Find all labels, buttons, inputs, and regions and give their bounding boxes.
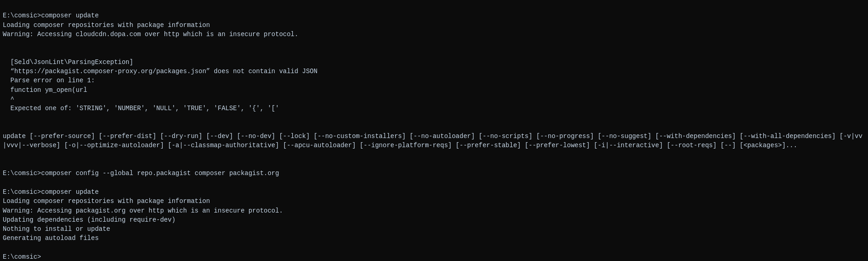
terminal-line: [3, 48, 865, 57]
terminal-line: Warning: Accessing cloudcdn.dopa.com ove…: [3, 30, 865, 39]
terminal-line: E:\comsic>: [3, 252, 865, 261]
terminal-line: “https://packagist.composer-proxy.org/pa…: [3, 67, 865, 76]
terminal-line: [3, 178, 865, 187]
terminal-line: [3, 113, 865, 123]
terminal-line: Expected one of: 'STRING', 'NUMBER', 'NU…: [3, 104, 865, 113]
terminal-line: Loading composer repositories with packa…: [3, 21, 865, 30]
terminal-line: [3, 123, 865, 132]
terminal-line: [3, 160, 865, 169]
terminal-line: E:\comsic>composer update: [3, 11, 865, 20]
terminal-line: E:\comsic>composer config --global repo.…: [3, 169, 865, 178]
terminal-line: Loading composer repositories with packa…: [3, 197, 865, 206]
terminal-line: ^: [3, 95, 865, 104]
terminal-line: function ym_open(url: [3, 85, 865, 95]
terminal-line: [3, 150, 865, 160]
terminal-line: Updating dependencies (including require…: [3, 215, 865, 224]
terminal-line: [3, 39, 865, 48]
terminal-line: Parse error on line 1:: [3, 76, 865, 85]
terminal-line: Nothing to install or update: [3, 224, 865, 234]
terminal-line: Warning: Accessing packagist.org over ht…: [3, 206, 865, 215]
terminal-line: update [--prefer-source] [--prefer-dist]…: [3, 132, 865, 150]
terminal-container: E:\comsic>composer updateLoading compose…: [3, 2, 865, 261]
terminal-line: [3, 243, 865, 252]
terminal-line: E:\comsic>composer update: [3, 187, 865, 197]
terminal-line: Generating autoload files: [3, 234, 865, 243]
terminal-line: [Seld\JsonLint\ParsingException]: [3, 58, 865, 67]
